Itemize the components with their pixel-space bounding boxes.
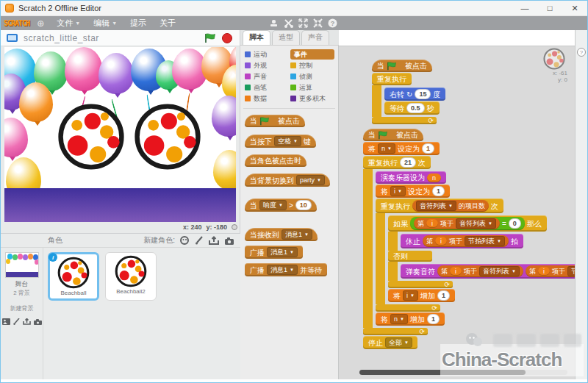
stage-thumbnail[interactable] xyxy=(5,252,39,278)
sensor-dropdown[interactable]: 响度▼ xyxy=(259,200,287,210)
grow-sprite-icon[interactable] xyxy=(298,18,308,28)
menu-file[interactable]: 文件▼ xyxy=(57,18,80,29)
item-of-list-reporter[interactable]: 第i项于 节拍列表▼ xyxy=(423,235,509,247)
variable-dropdown[interactable]: i▼ xyxy=(403,290,418,301)
help-icon[interactable]: ? xyxy=(577,48,586,57)
item-of-list-reporter[interactable]: 第i项于 音符列表▼ xyxy=(414,218,500,229)
minimize-button[interactable]: — xyxy=(512,1,537,15)
category-motion[interactable]: 运动 xyxy=(245,49,290,60)
if-else-block[interactable]: 如果 第i项于 音符列表▼ =0 那么 xyxy=(388,215,575,288)
category-sensing[interactable]: 侦测 xyxy=(290,71,339,82)
when-flag-clicked-block[interactable]: 当被点击 xyxy=(363,129,423,141)
palette-when-i-receive[interactable]: 当接收到消息1▼ xyxy=(245,228,318,241)
palette-when-backdrop-switches[interactable]: 当背景切换到party▼ xyxy=(245,173,330,187)
stage-pane: scratch_little_star xyxy=(1,30,240,379)
horizontal-scrollbar[interactable] xyxy=(359,370,567,375)
rest-beats-block[interactable]: 休止 第i项于 节拍列表▼ 拍 xyxy=(401,234,523,248)
delete-scissors-icon[interactable] xyxy=(284,18,293,28)
change-n-block[interactable]: 将n▼增加1 xyxy=(376,312,445,326)
set-i-block[interactable]: 将i▼设定为1 xyxy=(376,185,450,198)
repeat-21-block[interactable]: 重复执行21次 演奏乐器设为n 将i▼设定为1 重复执行 音符列表▼的项目数 xyxy=(363,156,575,335)
message-dropdown[interactable]: 消息1▼ xyxy=(267,265,298,275)
palette-when-loudness-gt[interactable]: 当响度▼>10 xyxy=(245,198,317,212)
fullscreen-icon[interactable] xyxy=(7,34,18,42)
list-dropdown[interactable]: 音符列表▼ xyxy=(456,218,496,229)
turn-right-block[interactable]: 右转↻15度 xyxy=(384,87,445,101)
change-i-block[interactable]: 将i▼增加1 xyxy=(388,289,455,302)
backdrop-library-icon[interactable] xyxy=(2,315,10,328)
category-sound[interactable]: 声音 xyxy=(245,71,290,82)
tab-scripts[interactable]: 脚本 xyxy=(243,30,270,45)
equals-operator[interactable]: 第i项于 音符列表▼ =0 xyxy=(410,217,525,230)
item-of-list-reporter[interactable]: 第i项于 节拍列表▼ xyxy=(526,265,575,277)
upload-backdrop-icon[interactable] xyxy=(23,315,31,328)
sprite-tile-beachball[interactable]: i Beachball xyxy=(48,252,99,301)
play-note-block[interactable]: 弹奏音符 第i项于 音符列表▼ 第i项于 节拍列表▼ xyxy=(401,264,575,279)
category-control[interactable]: 控制 xyxy=(290,60,339,71)
camera-icon[interactable] xyxy=(34,315,42,328)
stage-canvas[interactable] xyxy=(4,47,236,222)
wait-block[interactable]: 等待0.5秒 xyxy=(384,101,440,115)
close-button[interactable]: ✕ xyxy=(562,1,587,15)
forever-block[interactable]: 重复执行 右转↻15度 等待0.5秒 xyxy=(372,73,445,124)
length-of-list-reporter[interactable]: 音符列表▼的项目数 xyxy=(412,200,489,212)
language-globe-icon[interactable]: ⊕ xyxy=(37,19,44,28)
variable-dropdown[interactable]: i▼ xyxy=(390,186,406,196)
category-data[interactable]: 数据 xyxy=(245,93,290,104)
stop-dropdown[interactable]: 全部▼ xyxy=(385,337,412,348)
project-name[interactable]: scratch_little_star xyxy=(24,33,99,43)
camera-icon[interactable] xyxy=(224,237,234,245)
stage-selector[interactable]: 舞台 2 背景 新建背景 xyxy=(1,248,43,379)
palette-when-sprite-clicked[interactable]: 当角色被点击时 xyxy=(245,154,306,167)
sprite-info-badge[interactable]: i xyxy=(49,253,57,262)
upload-sprite-icon[interactable] xyxy=(209,236,219,245)
message-dropdown[interactable]: 消息1▼ xyxy=(267,247,298,257)
list-dropdown[interactable]: 音符列表▼ xyxy=(479,266,520,276)
tab-sounds[interactable]: 声音 xyxy=(301,30,329,45)
category-events[interactable]: 事件 xyxy=(290,49,334,60)
menu-about[interactable]: 关于 xyxy=(159,18,176,29)
tab-costumes[interactable]: 造型 xyxy=(272,30,300,45)
stop-button[interactable] xyxy=(222,33,232,43)
menu-edit[interactable]: 编辑▼ xyxy=(93,18,117,29)
item-of-list-reporter[interactable]: 第i项于 音符列表▼ xyxy=(437,265,523,277)
variable-dropdown[interactable]: n▼ xyxy=(378,143,395,154)
script-spin-forever[interactable]: 当被点击 重复执行 右转↻15度 等待0.5秒 xyxy=(372,60,445,124)
sprite-library-icon[interactable] xyxy=(180,236,190,245)
paint-brush-icon[interactable] xyxy=(195,236,204,245)
repeat-length-block[interactable]: 重复执行 音符列表▼的项目数 次 如果 xyxy=(376,198,575,312)
green-flag-button[interactable] xyxy=(204,33,216,43)
when-flag-clicked-block[interactable]: 当被点击 xyxy=(372,60,432,72)
paint-brush-icon[interactable] xyxy=(13,315,20,328)
set-n-block[interactable]: 将n▼设定为1 xyxy=(363,142,440,155)
script-play-music[interactable]: 当被点击 将n▼设定为1 重复执行21次 演奏乐器设为n 将i▼设定为1 重复执… xyxy=(363,129,575,349)
set-instrument-block[interactable]: 演奏乐器设为n xyxy=(376,171,446,184)
key-dropdown[interactable]: 空格▼ xyxy=(274,136,301,146)
category-more-blocks[interactable]: 更多积木 xyxy=(290,93,339,104)
category-pen[interactable]: 画笔 xyxy=(245,82,290,93)
scrollbar-thumb[interactable] xyxy=(359,370,526,375)
variable-n-reporter[interactable]: n xyxy=(427,173,441,182)
maximize-button[interactable]: □ xyxy=(537,1,562,15)
menu-tips[interactable]: 提示 xyxy=(130,18,146,29)
script-area[interactable]: x: -61 y: 0 当被点击 重复执行 右转↻15度 等待0.5秒 xyxy=(339,46,575,379)
palette-when-key-pressed[interactable]: 当按下空格▼键 xyxy=(245,135,316,148)
sprite-beachball2-on-stage[interactable] xyxy=(134,103,201,171)
duplicate-stamp-icon[interactable] xyxy=(269,18,279,28)
list-dropdown[interactable]: 音符列表▼ xyxy=(416,201,456,211)
backdrop-dropdown[interactable]: party▼ xyxy=(296,175,325,185)
palette-broadcast[interactable]: 广播消息1▼ xyxy=(245,246,303,259)
variable-dropdown[interactable]: n▼ xyxy=(390,314,408,324)
list-dropdown[interactable]: 节拍列表▼ xyxy=(465,236,505,246)
shrink-sprite-icon[interactable] xyxy=(313,18,323,28)
category-looks[interactable]: 外观 xyxy=(245,60,290,71)
palette-broadcast-and-wait[interactable]: 广播消息1▼并等待 xyxy=(245,263,327,276)
message-dropdown[interactable]: 消息1▼ xyxy=(282,229,312,240)
stop-all-block[interactable]: 停止全部▼ xyxy=(363,336,417,349)
sprite-tile-beachball2[interactable]: Beachball2 xyxy=(105,252,157,301)
sprite-beachball-on-stage[interactable] xyxy=(57,103,125,171)
palette-when-flag-clicked[interactable]: 当被点击 xyxy=(245,115,305,127)
block-help-icon[interactable]: ? xyxy=(328,18,337,28)
category-operators[interactable]: 运算 xyxy=(290,82,339,93)
list-dropdown[interactable]: 节拍列表▼ xyxy=(567,266,575,276)
